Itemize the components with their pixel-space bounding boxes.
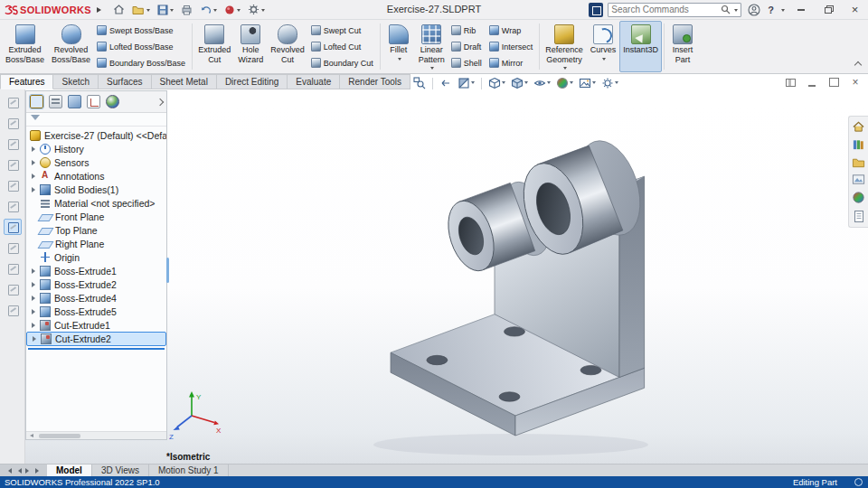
view-palette-button[interactable] (852, 174, 865, 185)
mirror-button[interactable]: Mirror (487, 55, 537, 70)
left-toolbar-icon[interactable] (4, 281, 22, 297)
tree-item-cut-extrude2-selected[interactable]: Cut-Extrude2 (26, 332, 166, 346)
swept-boss-base-button[interactable]: Swept Boss/Base (95, 23, 189, 38)
lofted-boss-base-button[interactable]: Lofted Boss/Base (95, 39, 189, 54)
left-toolbar-icon[interactable] (4, 115, 22, 131)
section-view-button[interactable] (457, 76, 476, 90)
left-toolbar-icon[interactable] (4, 239, 22, 256)
search-input[interactable] (611, 5, 719, 14)
search-dropdown-icon[interactable] (734, 9, 738, 14)
expand-arrow-icon[interactable] (32, 174, 40, 179)
doc-minimize-icon[interactable] (807, 78, 817, 87)
tab-direct-editing[interactable]: Direct Editing (217, 74, 288, 89)
options-button[interactable] (246, 2, 267, 18)
left-toolbar-icon[interactable] (4, 302, 22, 318)
close-button[interactable]: × (844, 0, 866, 19)
marketplace-button[interactable] (222, 2, 242, 18)
intersect-button[interactable]: Intersect (487, 39, 537, 54)
undo-dropdown-icon[interactable] (213, 9, 217, 14)
minimize-button[interactable] (789, 0, 812, 19)
options-dropdown-icon[interactable] (261, 9, 265, 14)
tree-item-top-plane[interactable]: Top Plane (26, 223, 166, 237)
tree-item-boss-extrude4[interactable]: Boss-Extrude4 (26, 291, 166, 305)
hide-show-items-button[interactable] (533, 76, 552, 90)
left-toolbar-icon[interactable] (4, 177, 22, 193)
tree-item-front-plane[interactable]: Front Plane (26, 210, 166, 223)
tab-sheet-metal[interactable]: Sheet Metal (152, 74, 217, 89)
help-button[interactable]: ? (767, 5, 775, 15)
left-toolbar-icon[interactable] (4, 136, 22, 152)
menu-flyout-icon[interactable] (97, 7, 104, 13)
tree-item-material[interactable]: Material <not specified> (26, 196, 166, 210)
expand-arrow-icon[interactable] (32, 296, 40, 301)
account-button[interactable] (746, 2, 762, 18)
print-button[interactable] (179, 2, 194, 18)
display-style-dropdown-icon[interactable] (524, 81, 528, 86)
hide-show-dropdown-icon[interactable] (547, 81, 551, 86)
view-settings-dropdown-icon[interactable] (615, 81, 618, 86)
tree-item-boss-extrude5[interactable]: Boss-Extrude5 (26, 305, 166, 318)
revolved-cut-button[interactable]: RevolvedCut (267, 21, 308, 72)
tab-model[interactable]: Model (47, 465, 92, 476)
extruded-boss-base-button[interactable]: ExtrudedBoss/Base (2, 21, 48, 72)
extruded-cut-button[interactable]: ExtrudedCut (194, 21, 234, 72)
expand-arrow-icon[interactable] (32, 309, 40, 314)
ribbon-collapse-icon[interactable] (854, 61, 862, 69)
swept-cut-button[interactable]: Swept Cut (309, 23, 377, 38)
scroll-left-icon[interactable] (15, 468, 22, 474)
design-tree-tab-icon[interactable] (30, 95, 43, 108)
tree-item-annotations[interactable]: Annotations (26, 169, 166, 183)
insert-part-button[interactable]: InsertPart (666, 21, 699, 72)
appearance-dropdown-icon[interactable] (570, 81, 573, 86)
scene-dropdown-icon[interactable] (592, 81, 596, 86)
home-button[interactable] (111, 2, 127, 18)
display-style-button[interactable] (510, 76, 529, 90)
left-toolbar-icon[interactable] (4, 198, 22, 214)
solidworks-logo[interactable]: SOLIDWORKS (5, 5, 91, 15)
tree-item-sensors[interactable]: Sensors (26, 155, 166, 169)
design-library-button[interactable] (852, 138, 865, 151)
zoom-area-button[interactable] (412, 76, 427, 90)
task-home-button[interactable] (852, 120, 865, 133)
save-button[interactable] (156, 2, 175, 18)
status-circle-icon[interactable] (854, 478, 863, 486)
expand-arrow-icon[interactable] (32, 323, 40, 328)
expand-arrow-icon[interactable] (32, 187, 40, 192)
apply-scene-button[interactable] (578, 76, 597, 90)
tree-item-origin[interactable]: Origin (26, 250, 166, 264)
section-dropdown-icon[interactable] (471, 81, 475, 86)
scroll-last-icon[interactable] (35, 468, 42, 474)
property-manager-tab-icon[interactable] (49, 95, 62, 108)
pane-split-icon[interactable] (786, 79, 796, 87)
lofted-cut-button[interactable]: Lofted Cut (309, 39, 377, 54)
instant3d-button[interactable]: Instant3D (619, 21, 662, 72)
tree-item-solid-bodies[interactable]: Solid Bodies(1) (26, 183, 166, 196)
view-orientation-button[interactable] (487, 76, 506, 90)
tab-surfaces[interactable]: Surfaces (99, 74, 151, 89)
revolved-boss-base-button[interactable]: RevolvedBoss/Base (48, 21, 94, 72)
orientation-dropdown-icon[interactable] (502, 81, 505, 86)
boundary-boss-base-button[interactable]: Boundary Boss/Base (95, 55, 189, 70)
pane-expand-icon[interactable] (156, 98, 164, 105)
expand-arrow-icon[interactable] (32, 282, 40, 287)
fillet-button[interactable]: Fillet (382, 21, 415, 72)
tab-render-tools[interactable]: Render Tools (340, 74, 410, 89)
tree-item-boss-extrude2[interactable]: Boss-Extrude2 (26, 277, 166, 291)
left-toolbar-icon[interactable] (4, 94, 22, 110)
tab-3d-views[interactable]: 3D Views (92, 465, 149, 476)
linear-pattern-button[interactable]: LinearPattern (415, 21, 448, 72)
tree-item-cut-extrude1[interactable]: Cut-Extrude1 (26, 318, 166, 332)
open-dropdown-icon[interactable] (146, 9, 150, 14)
reference-geometry-button[interactable]: ReferenceGeometry (542, 21, 587, 72)
restore-button[interactable] (816, 0, 839, 19)
expand-arrow-icon[interactable] (33, 336, 41, 342)
tab-evaluate[interactable]: Evaluate (288, 74, 340, 89)
marketplace-dropdown-icon[interactable] (237, 9, 241, 14)
rollback-bar[interactable] (28, 348, 165, 350)
tree-root-item[interactable]: Exercise-27 (Default) <<Default>>_Disp (26, 128, 166, 142)
hole-wizard-button[interactable]: HoleWizard (234, 21, 267, 72)
tree-filter[interactable] (26, 113, 166, 127)
curves-dropdown-icon[interactable] (602, 58, 606, 62)
tree-horizontal-scrollbar[interactable] (26, 431, 166, 439)
open-button[interactable] (130, 2, 152, 18)
